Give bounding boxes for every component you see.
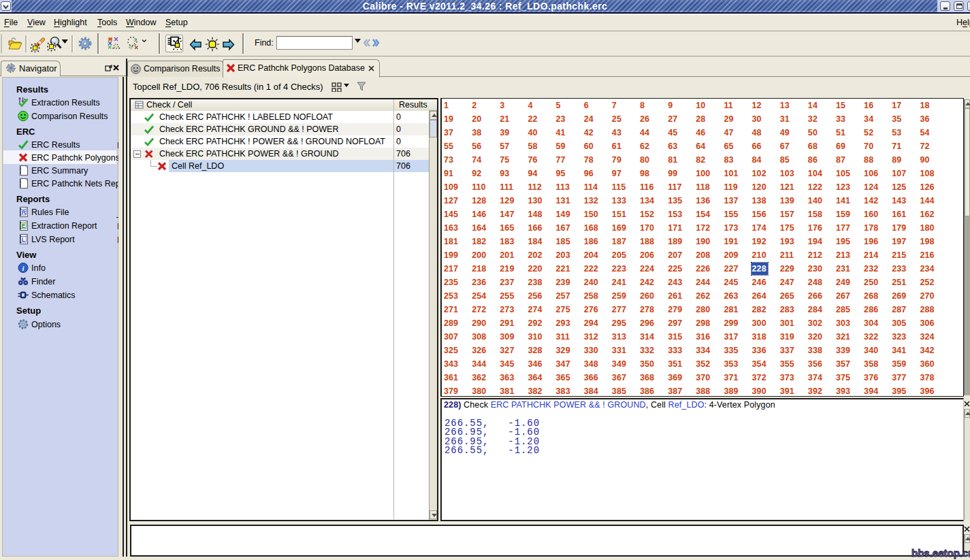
svg-text:R: R: [22, 209, 26, 216]
svg-text:L: L: [22, 236, 25, 243]
svg-text:E: E: [22, 223, 26, 229]
